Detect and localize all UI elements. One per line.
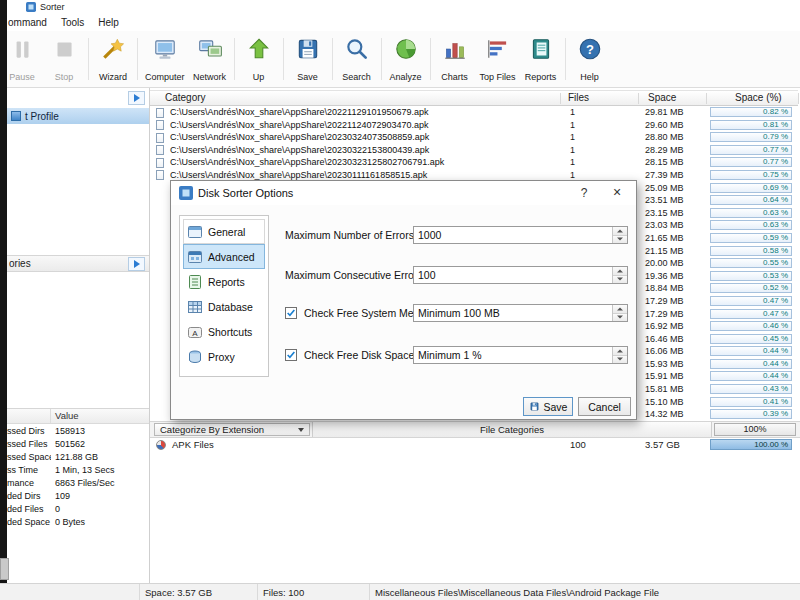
space-percent-bar: 0.39 %	[710, 409, 792, 419]
dialog-tab-advanced[interactable]: Advanced	[183, 244, 265, 269]
dialog-field-check-free-system-memory: Check Free System Memory:Minimum 100 MB	[279, 304, 628, 324]
toolbar-analyze-button[interactable]: Analyze	[385, 34, 427, 84]
maximum-consecutive-errors-input[interactable]: 100	[413, 266, 628, 284]
stats-header: Value	[7, 409, 149, 424]
categorize-by-combo[interactable]: Categorize By Extension	[154, 423, 310, 436]
table-row[interactable]: C:\Users\Andrés\Nox_share\AppShare\20221…	[150, 119, 800, 132]
space-percent-value: 0.77 %	[763, 146, 788, 154]
dialog-tab-shortcuts[interactable]: AShortcuts	[183, 319, 265, 344]
toolbar-stop-button[interactable]: Stop	[43, 34, 85, 84]
toolbar-up-button[interactable]: Up	[238, 34, 280, 84]
cell-space: 19.36 MB	[645, 271, 684, 281]
menu-item-help[interactable]: Help	[91, 14, 126, 31]
stats-label: ssed Space	[7, 452, 51, 462]
dialog-tab-proxy[interactable]: Proxy	[183, 344, 265, 369]
toolbar-reports-button[interactable]: Reports	[520, 34, 562, 84]
bottom-toolbar: Categorize By Extension File Categories …	[150, 421, 800, 438]
spinner-up-button[interactable]	[613, 227, 627, 235]
menu-item-ommand[interactable]: ommand	[8, 14, 54, 31]
cell-category: C:\Users\Andrés\Nox_share\AppShare\20230…	[170, 145, 429, 155]
toolbar-charts-button[interactable]: Charts	[434, 34, 476, 84]
general-tab-icon	[187, 224, 203, 240]
toolbar-pause-button[interactable]: Pause	[1, 34, 43, 84]
save-button[interactable]: Save	[523, 397, 573, 416]
column-header-category[interactable]: Category	[165, 91, 206, 105]
file-icon	[156, 108, 164, 118]
check-free-disk-space-input[interactable]: Minimum 1 %	[413, 346, 628, 364]
toolbar-top-files-button[interactable]: Top Files	[476, 34, 520, 84]
spinner-up-button[interactable]	[613, 267, 627, 275]
menu-bar: ommandToolsHelp	[0, 14, 800, 31]
categories-pane-arrow-button[interactable]	[128, 257, 145, 271]
category-percent-bar: 100.00 %	[710, 439, 792, 450]
space-percent-value: 0.44 %	[763, 372, 788, 380]
dialog-field-maximum-number-of-errors: Maximum Number of Errors:1000	[279, 226, 628, 246]
toolbar-wizard-button[interactable]: Wizard	[92, 34, 134, 84]
toolbar-save-button[interactable]: Save	[287, 34, 329, 84]
space-percent-bar: 0.81 %	[710, 120, 792, 130]
space-percent-value: 0.39 %	[763, 410, 788, 418]
dialog-tab-database[interactable]: Database	[183, 294, 265, 319]
file-icon	[156, 133, 164, 143]
cell-space: 15.10 MB	[645, 397, 684, 407]
cell-space: 27.39 MB	[645, 170, 684, 180]
check-free-disk-space-checkbox[interactable]	[285, 349, 297, 361]
cancel-button[interactable]: Cancel	[578, 397, 631, 416]
toolbar-network-button[interactable]: Network	[189, 34, 231, 84]
column-header-files[interactable]: Files	[568, 91, 589, 105]
space-percent-value: 0.77 %	[763, 158, 788, 166]
toolbar-separator	[565, 38, 566, 80]
toolbar-search-button[interactable]: Search	[336, 34, 378, 84]
profile-tree-item[interactable]: t Profile	[7, 108, 149, 124]
check-free-system-memory-checkbox[interactable]	[285, 307, 297, 319]
status-bar: Space: 3.57 GB Files: 100 Miscellaneous …	[0, 583, 800, 600]
stats-label: ssed Files	[7, 439, 51, 449]
cell-files: 1	[570, 107, 575, 117]
cell-space: 28.80 MB	[645, 132, 684, 142]
toolbar-computer-button[interactable]: Computer	[141, 34, 189, 84]
table-row[interactable]: C:\Users\Andrés\Nox_share\AppShare\20221…	[150, 106, 800, 119]
profile-pane-arrow-button[interactable]	[128, 91, 145, 105]
cell-files: 1	[570, 120, 575, 130]
dialog-tab-general[interactable]: General	[183, 219, 265, 244]
toolbar-separator	[381, 38, 382, 80]
menu-item-tools[interactable]: Tools	[54, 14, 91, 31]
table-row[interactable]: C:\Users\Andrés\Nox_share\AppShare\20230…	[150, 144, 800, 157]
table-row[interactable]: C:\Users\Andrés\Nox_share\AppShare\20230…	[150, 156, 800, 169]
stats-value: 121.88 GB	[51, 452, 98, 462]
cell-files: 1	[570, 132, 575, 142]
toolbar-button-label: Top Files	[480, 72, 516, 82]
dialog-icon	[179, 186, 193, 200]
dialog-tab-label: Proxy	[208, 351, 235, 363]
spinner-up-button[interactable]	[613, 305, 627, 313]
column-separator	[560, 93, 561, 104]
dialog-help-button[interactable]: ?	[570, 181, 598, 205]
spinner-down-button[interactable]	[613, 313, 627, 322]
space-percent-bar: 0.58 %	[710, 246, 792, 256]
stats-value: 0 Bytes	[51, 517, 85, 527]
stats-value: 158913	[51, 426, 85, 436]
cell-space: 23.15 MB	[645, 208, 684, 218]
space-percent-value: 0.59 %	[763, 234, 788, 242]
file-category-row[interactable]: APK Files1003.57 GB100.00 %	[150, 438, 800, 452]
spinner-down-button[interactable]	[613, 235, 627, 244]
column-header-space-percent[interactable]: Space (%)	[735, 91, 782, 105]
stats-value: 109	[51, 491, 70, 501]
app-icon	[26, 2, 36, 12]
space-percent-bar: 0.75 %	[710, 170, 792, 180]
toolbar-button-label: Analyze	[390, 72, 422, 82]
spinner-down-button[interactable]	[613, 355, 627, 364]
category-name: APK Files	[172, 438, 214, 452]
table-row[interactable]: C:\Users\Andrés\Nox_share\AppShare\20230…	[150, 131, 800, 144]
toolbar-help-button[interactable]: ?Help	[569, 34, 611, 84]
check-free-system-memory-input[interactable]: Minimum 100 MB	[413, 304, 628, 322]
space-percent-bar: 0.63 %	[710, 220, 792, 230]
dialog-tab-reports[interactable]: Reports	[183, 269, 265, 294]
toolbar-button-label: Up	[253, 72, 265, 82]
spinner-down-button[interactable]	[613, 275, 627, 284]
maximum-number-of-errors-input[interactable]: 1000	[413, 226, 628, 244]
spinner-up-button[interactable]	[613, 347, 627, 355]
column-header-space[interactable]: Space	[648, 91, 676, 105]
dialog-close-button[interactable]: ×	[603, 181, 631, 205]
toolbar-button-label: Save	[297, 72, 318, 82]
